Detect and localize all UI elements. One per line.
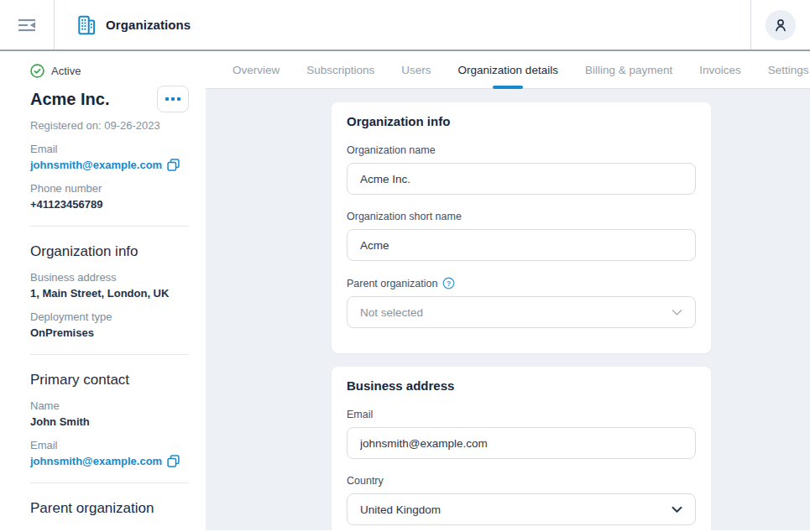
copy-contact-email-button[interactable] xyxy=(167,455,180,467)
country-select[interactable]: United Kingdom xyxy=(347,493,696,525)
address-email-field-label: Email xyxy=(347,409,696,420)
tab-subscriptions[interactable]: Subscriptions xyxy=(293,51,388,88)
chevron-down-icon xyxy=(672,506,682,514)
org-short-name-field-label: Organization short name xyxy=(347,211,696,222)
topbar-divider xyxy=(54,0,55,50)
tab-bar: Overview Subscriptions Users Organizatio… xyxy=(206,51,810,89)
user-menu-button[interactable] xyxy=(766,10,796,40)
org-name-field-label: Organization name xyxy=(347,144,696,156)
tab-users[interactable]: Users xyxy=(388,51,444,88)
tab-billing-payment[interactable]: Billing & payment xyxy=(572,51,686,88)
tab-content: Organization info Organization name Orga… xyxy=(206,89,810,530)
tab-overview[interactable]: Overview xyxy=(219,51,293,88)
organization-name: Acme Inc. xyxy=(30,90,109,109)
organization-sidebar: Active Acme Inc. Registered on: 09-26-20… xyxy=(0,51,206,530)
phone-value: +41123456789 xyxy=(30,198,189,211)
more-actions-button[interactable] xyxy=(157,86,189,112)
org-name-input[interactable] xyxy=(347,163,696,195)
copy-email-button[interactable] xyxy=(167,159,180,171)
country-field-label: Country xyxy=(347,475,696,487)
organization-info-card: Organization info Organization name Orga… xyxy=(332,102,711,353)
parent-org-name-label: Organization name xyxy=(30,528,189,530)
svg-text:?: ? xyxy=(447,279,451,288)
user-icon xyxy=(771,16,790,34)
registered-date: Registered on: 09-26-2023 xyxy=(30,119,189,132)
contact-name-label: Name xyxy=(30,399,189,412)
email-link[interactable]: johnsmith@example.com xyxy=(30,159,162,171)
contact-name-value: John Smith xyxy=(30,415,189,428)
sidebar-divider xyxy=(30,354,189,355)
organizations-icon xyxy=(76,14,97,36)
contact-email-link[interactable]: johnsmith@example.com xyxy=(30,455,162,467)
address-card-title: Business address xyxy=(347,378,696,393)
status-active-icon xyxy=(30,64,44,78)
chevron-down-icon xyxy=(672,309,682,316)
topbar-divider-right xyxy=(750,0,751,50)
business-address-label: Business address xyxy=(30,271,189,284)
org-short-name-input[interactable] xyxy=(347,229,696,261)
email-label: Email xyxy=(30,143,189,155)
parent-org-select[interactable]: Not selected xyxy=(347,296,696,328)
business-address-card: Business address Email Country United Ki… xyxy=(332,367,711,530)
deployment-type-value: OnPremises xyxy=(30,326,189,339)
top-bar: Organizations xyxy=(0,0,810,51)
parent-org-help-icon[interactable]: ? xyxy=(442,277,455,289)
address-email-input[interactable] xyxy=(347,427,696,459)
parent-org-select-value: Not selected xyxy=(360,306,423,319)
contact-email-label: Email xyxy=(30,439,189,451)
country-select-value: United Kingdom xyxy=(360,503,441,516)
business-address-value: 1, Main Street, London, UK xyxy=(30,287,189,300)
main-panel: Overview Subscriptions Users Organizatio… xyxy=(206,51,810,530)
sidebar-divider xyxy=(30,482,189,483)
phone-label: Phone number xyxy=(30,182,189,195)
org-card-title: Organization info xyxy=(347,114,696,128)
parent-org-field-label: Parent organization xyxy=(347,278,437,289)
tab-organization-details[interactable]: Organization details xyxy=(445,51,572,88)
tab-settings[interactable]: Settings xyxy=(755,51,810,88)
status-badge: Active xyxy=(51,65,81,77)
hamburger-icon xyxy=(18,18,36,32)
deployment-type-label: Deployment type xyxy=(30,310,189,323)
sidebar-divider xyxy=(30,226,189,227)
page-title: Organizations xyxy=(106,18,191,32)
tab-invoices[interactable]: Invoices xyxy=(686,51,755,88)
org-info-heading: Organization info xyxy=(30,243,189,260)
parent-org-heading: Parent organization xyxy=(30,500,189,517)
primary-contact-heading: Primary contact xyxy=(30,372,189,389)
sidebar-collapse-button[interactable] xyxy=(13,11,41,39)
